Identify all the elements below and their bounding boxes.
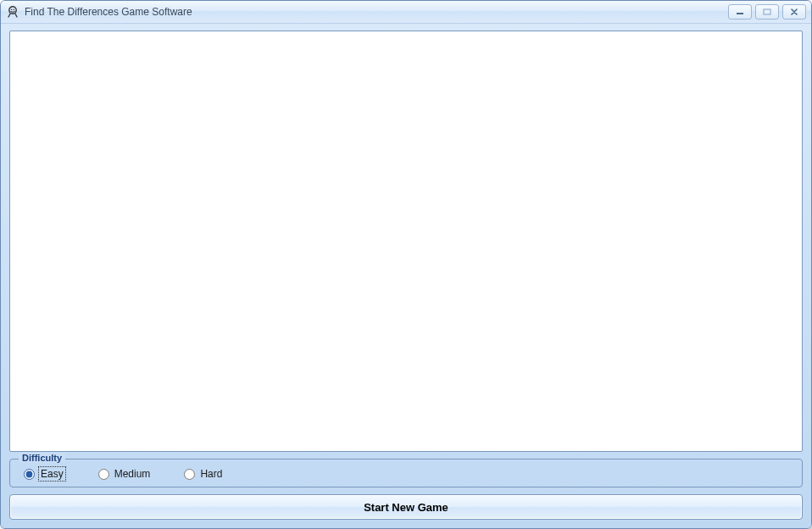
difficulty-radio-medium[interactable]: Medium <box>98 468 151 480</box>
close-button[interactable] <box>782 4 806 19</box>
titlebar: Find The Differences Game Software <box>1 1 811 24</box>
difficulty-radio-medium-input[interactable] <box>98 469 109 480</box>
difficulty-radio-medium-label: Medium <box>114 468 151 480</box>
game-canvas <box>9 31 803 452</box>
window-title: Find The Differences Game Software <box>25 6 192 18</box>
start-new-game-button[interactable]: Start New Game <box>9 494 803 520</box>
window-controls <box>728 4 808 19</box>
maximize-button[interactable] <box>755 4 779 19</box>
minimize-icon <box>736 8 744 15</box>
close-icon <box>790 8 798 15</box>
difficulty-radio-hard-input[interactable] <box>184 469 195 480</box>
app-window: Find The Differences Game Software <box>0 0 812 529</box>
difficulty-radio-easy-input[interactable] <box>24 469 35 480</box>
app-icon <box>6 5 19 19</box>
difficulty-radio-easy[interactable]: Easy <box>24 468 64 480</box>
difficulty-radio-hard[interactable]: Hard <box>184 468 222 480</box>
difficulty-radio-group: Easy Medium Hard <box>20 468 792 480</box>
svg-point-0 <box>9 7 16 14</box>
start-new-game-label: Start New Game <box>364 501 448 514</box>
difficulty-radio-hard-label: Hard <box>200 468 222 480</box>
difficulty-groupbox: Difficulty Easy Medium Hard <box>9 459 803 487</box>
difficulty-legend: Difficulty <box>19 453 65 463</box>
svg-rect-3 <box>737 13 743 14</box>
maximize-icon <box>763 8 771 15</box>
svg-point-2 <box>14 8 15 10</box>
client-area: Difficulty Easy Medium Hard Start New Ga… <box>1 24 811 528</box>
svg-point-1 <box>11 8 13 10</box>
svg-rect-4 <box>764 9 770 14</box>
difficulty-radio-easy-label: Easy <box>40 468 64 480</box>
minimize-button[interactable] <box>728 4 752 19</box>
